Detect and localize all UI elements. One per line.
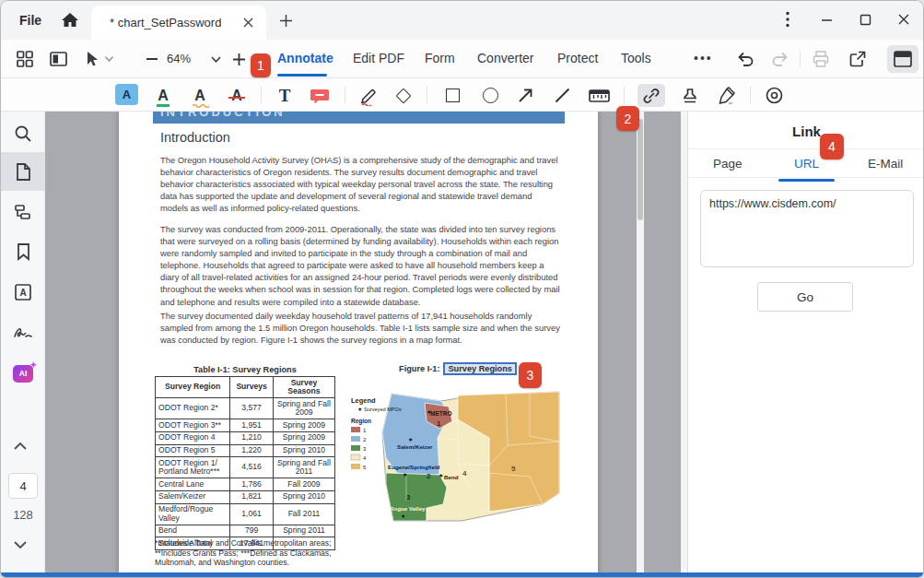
anno-separator bbox=[261, 87, 262, 103]
highlight-tool-icon[interactable]: A bbox=[115, 84, 138, 105]
table-cell: ODOT Region 3** bbox=[156, 419, 230, 432]
print-icon[interactable] bbox=[810, 48, 832, 70]
zoom-in-icon[interactable] bbox=[228, 48, 250, 70]
maximize-button[interactable] bbox=[851, 6, 879, 32]
link-tool-icon[interactable] bbox=[637, 84, 665, 107]
previous-page-icon[interactable] bbox=[13, 442, 33, 456]
cursor-dropdown-icon[interactable] bbox=[102, 48, 115, 70]
table-row: ODOT Region 41,210Spring 2009 bbox=[156, 431, 335, 444]
arrow-tool-icon[interactable] bbox=[513, 84, 537, 107]
link-panel-title: Link bbox=[688, 124, 924, 139]
window-bottom-accent bbox=[1, 572, 923, 577]
section-banner: INTRODUCTION bbox=[153, 112, 565, 124]
main-toolbar: 64% Annotate Edit PDF Form Converter Pro… bbox=[1, 40, 923, 78]
svg-text:4: 4 bbox=[462, 469, 467, 478]
redo-icon[interactable] bbox=[769, 48, 791, 70]
svg-text:2: 2 bbox=[363, 437, 367, 442]
more-menus-icon[interactable]: ••• bbox=[694, 51, 713, 65]
table-row: Bend799Spring 2011 bbox=[156, 525, 335, 537]
document-tab[interactable]: * chart_SetPassword bbox=[91, 6, 266, 40]
table-cell: 1,821 bbox=[230, 490, 274, 503]
zoom-level[interactable]: 64% bbox=[167, 52, 191, 65]
pencil-tool-icon[interactable] bbox=[357, 84, 380, 107]
svg-text:★: ★ bbox=[427, 409, 431, 415]
next-page-icon[interactable] bbox=[13, 540, 33, 555]
menu-annotate[interactable]: Annotate bbox=[277, 51, 333, 65]
underline-tool-icon[interactable]: A bbox=[151, 84, 175, 107]
figure-link-annotation[interactable]: Survey Regions bbox=[443, 362, 516, 375]
doc-paragraph-3: The survey documented daily weekday hous… bbox=[160, 310, 562, 346]
thumbnails-grid-icon[interactable] bbox=[14, 48, 36, 70]
undo-icon[interactable] bbox=[734, 48, 756, 70]
document-viewport[interactable]: INTRODUCTION Introduction The Oregon Hou… bbox=[45, 112, 681, 574]
menu-tools[interactable]: Tools bbox=[621, 51, 651, 65]
menu-protect[interactable]: Protect bbox=[557, 51, 598, 65]
table-cell: 4,516 bbox=[230, 457, 274, 478]
redact-eye-icon[interactable] bbox=[762, 84, 786, 107]
svg-text:1: 1 bbox=[363, 428, 367, 433]
search-icon[interactable] bbox=[12, 123, 34, 145]
survey-table: Survey Region Surveys Survey Seasons ODO… bbox=[155, 376, 335, 550]
stamp-tool-icon[interactable] bbox=[678, 84, 702, 107]
tab-close-icon[interactable] bbox=[239, 14, 257, 32]
zoom-out-icon[interactable] bbox=[141, 48, 163, 70]
th-seasons: Survey Seasons bbox=[273, 377, 334, 398]
scrollbar-thumb[interactable] bbox=[637, 119, 643, 220]
svg-text:★: ★ bbox=[408, 437, 413, 442]
select-cursor-icon[interactable] bbox=[80, 48, 102, 70]
properties-panel-toggle[interactable] bbox=[887, 45, 918, 73]
table-row: Salem/Keizer1,821Spring 2010 bbox=[156, 490, 335, 503]
table-cell: Spring and Fall 2011 bbox=[273, 457, 334, 478]
table-footnote: *Includes Albany and Corvallis metropoli… bbox=[155, 538, 343, 568]
table-cell: Central Lane bbox=[156, 478, 230, 491]
strikethrough-tool-icon[interactable]: A bbox=[225, 84, 249, 107]
go-button[interactable]: Go bbox=[757, 282, 853, 312]
table-cell: Spring 2009 bbox=[273, 419, 334, 432]
measure-tool-icon[interactable] bbox=[587, 84, 611, 107]
document-scrollbar[interactable] bbox=[637, 112, 644, 574]
pdf-editor-window: File * chart_SetPassword bbox=[0, 0, 924, 578]
squiggly-underline-tool-icon[interactable]: A bbox=[188, 84, 212, 107]
text-tool-icon[interactable]: T bbox=[273, 84, 297, 107]
ellipse-tool-icon[interactable] bbox=[478, 84, 502, 107]
table-cell: Spring 2011 bbox=[273, 525, 334, 537]
eraser-tool-icon[interactable] bbox=[392, 84, 415, 107]
step-badge-2: 2 bbox=[616, 106, 639, 131]
table-cell: 1,951 bbox=[230, 419, 274, 432]
signatures-panel-icon[interactable] bbox=[12, 322, 34, 344]
ai-assistant-icon[interactable]: AI✦ bbox=[12, 362, 34, 384]
panel-divider bbox=[688, 148, 924, 149]
export-share-icon[interactable] bbox=[847, 48, 869, 70]
file-menu[interactable]: File bbox=[19, 13, 41, 28]
tab-page[interactable]: Page bbox=[688, 152, 767, 175]
home-icon[interactable] bbox=[60, 10, 82, 32]
titlebar: File * chart_SetPassword bbox=[1, 1, 923, 40]
doc-paragraph-2: The survey was conducted from 2009-2011.… bbox=[160, 223, 562, 308]
tab-email[interactable]: E-Mail bbox=[846, 152, 924, 175]
menu-form[interactable]: Form bbox=[425, 51, 455, 65]
minimize-button[interactable] bbox=[813, 6, 840, 32]
signature-tool-icon[interactable] bbox=[714, 84, 738, 107]
new-tab-icon[interactable] bbox=[275, 10, 296, 30]
line-tool-icon[interactable] bbox=[550, 84, 574, 107]
url-input[interactable] bbox=[700, 190, 914, 267]
kebab-menu-icon[interactable] bbox=[774, 6, 801, 32]
annotations-list-icon[interactable]: A bbox=[12, 281, 34, 303]
rectangle-tool-icon[interactable] bbox=[440, 84, 464, 107]
split-view-icon[interactable] bbox=[47, 48, 69, 70]
table-cell: Spring and Fall 2009 bbox=[273, 398, 334, 419]
zoom-dropdown-icon[interactable] bbox=[205, 48, 227, 70]
svg-text:5: 5 bbox=[363, 465, 367, 470]
th-region: Survey Region bbox=[156, 377, 230, 398]
left-sidebar: A AI✦ 4 128 bbox=[1, 112, 45, 574]
current-page-input[interactable]: 4 bbox=[8, 473, 38, 499]
close-button[interactable] bbox=[890, 6, 918, 32]
doc-heading: Introduction bbox=[160, 130, 230, 145]
menu-edit-pdf[interactable]: Edit PDF bbox=[353, 51, 404, 65]
anno-separator bbox=[624, 87, 625, 103]
outline-icon[interactable] bbox=[12, 201, 34, 223]
bookmark-icon[interactable] bbox=[12, 241, 34, 263]
comment-tool-icon[interactable] bbox=[308, 84, 332, 107]
menu-converter[interactable]: Converter bbox=[477, 51, 533, 65]
page-thumbnails-icon[interactable] bbox=[12, 160, 34, 183]
